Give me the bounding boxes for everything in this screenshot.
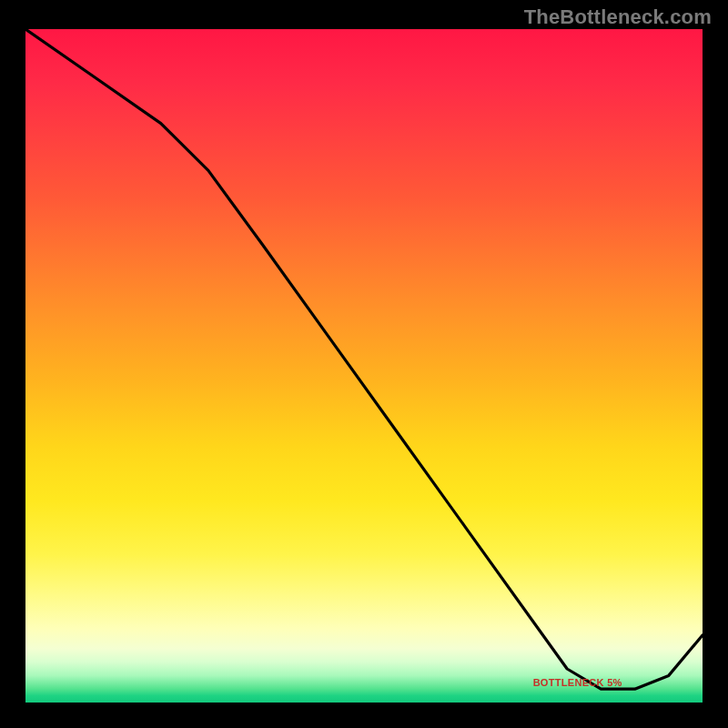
bottleneck-marker-label: BOTTLENECK 5% [533,677,622,688]
watermark-text: TheBottleneck.com [524,5,712,29]
bottleneck-curve [25,29,703,689]
plot-area: BOTTLENECK 5% [25,29,703,703]
curve-svg [25,29,703,703]
chart-frame: TheBottleneck.com BOTTLENECK 5% [0,0,728,728]
